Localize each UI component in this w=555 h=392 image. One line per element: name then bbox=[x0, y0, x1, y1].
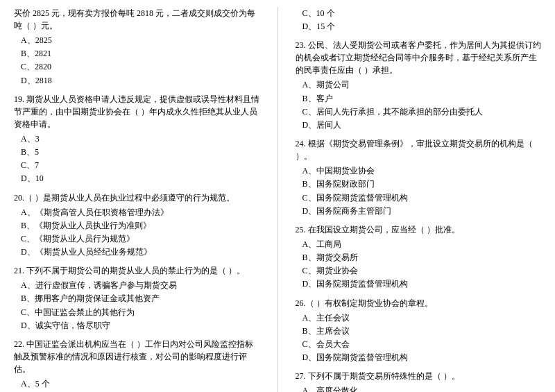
question-22: 22. 中国证监会派出机构应当在（ ）工作日内对公司风险监控指标触及预警标准的情… bbox=[14, 338, 260, 392]
option: D、诚实守信，恪尽职守 bbox=[21, 319, 260, 332]
option: D、国务院期货监督管理机构 bbox=[302, 351, 542, 364]
question-20-options: A、《期货高管人员任职资格管理办法》 B、《期货从业人员执业行为准则》 C、《期… bbox=[14, 206, 260, 259]
option: B、5 bbox=[21, 146, 260, 159]
option: D、《期货从业人员经纪业务规范》 bbox=[21, 246, 260, 259]
option: C、中国证监会禁止的其他行为 bbox=[21, 306, 260, 319]
option: D、国务院期货监督管理机构 bbox=[302, 278, 542, 291]
question-26: 26.（ ）有权制定期货业协会的章程。 A、主任会议 B、主席会议 C、会员大会… bbox=[296, 297, 542, 365]
question-27-options: A、高度分散化 B、高度严肃性 bbox=[296, 384, 542, 392]
option: A、工商局 bbox=[302, 238, 542, 251]
question-rc-options: C、10 个 D、15 个 bbox=[296, 7, 542, 33]
option: B、挪用客户的期货保证金或其他资产 bbox=[21, 292, 260, 305]
option: C、国务院期货监督管理机构 bbox=[302, 191, 542, 205]
question-25-options: A、工商局 B、期货交易所 C、期货业协会 D、国务院期货监督管理机构 bbox=[296, 238, 542, 291]
question-intro-text: 买价 2825 元，现有卖方报价每吨 2818 元，二者成交则成交价为每吨（ ）… bbox=[14, 7, 260, 32]
question-24-text: 24. 根据《期货交易管理条例》，审批设立期货交易所的机构是（ ）。 bbox=[296, 137, 542, 162]
option: A、5 个 bbox=[21, 377, 260, 391]
option: B、《期货从业人员执业行为准则》 bbox=[21, 219, 260, 232]
option: C、居间人先行承担，其不能承担的部分由委托人 bbox=[302, 105, 542, 119]
right-column: C、10 个 D、15 个 23. 公民、法人受期货公司或者客户委托，作为居间人… bbox=[296, 7, 542, 392]
question-26-text: 26.（ ）有权制定期货业协会的章程。 bbox=[296, 297, 542, 309]
question-22-text: 22. 中国证监会派出机构应当在（ ）工作日内对公司风险监控指标触及预警标准的情… bbox=[14, 338, 260, 375]
question-intro-options: A、2825 B、2821 C、2820 D、2818 bbox=[14, 34, 260, 87]
option: A、《期货高管人员任职资格管理办法》 bbox=[21, 206, 260, 219]
option: C、《期货从业人员行为规范》 bbox=[21, 232, 260, 246]
question-19-text: 19. 期货从业人员资格申请人违反规定，提供虚假或误导性材料且情节严重的，由中国… bbox=[14, 93, 260, 130]
option: B、2821 bbox=[21, 47, 260, 60]
question-20-text: 20.（ ）是期货从业人员在执业过程中必须遵守的行为规范。 bbox=[14, 191, 260, 204]
option: B、期货交易所 bbox=[302, 251, 542, 264]
option: D、国务院商务主管部门 bbox=[302, 205, 542, 218]
column-divider bbox=[278, 7, 278, 392]
page-container: 买价 2825 元，现有卖方报价每吨 2818 元，二者成交则成交价为每吨（ ）… bbox=[14, 7, 541, 392]
question-22-options: A、5 个 B、7 个 bbox=[14, 377, 260, 392]
question-intro: 买价 2825 元，现有卖方报价每吨 2818 元，二者成交则成交价为每吨（ ）… bbox=[14, 7, 260, 87]
option: B、国务院财政部门 bbox=[302, 178, 542, 191]
question-21: 21. 下列不属于期货公司的期货从业人员的禁止行为的是（ ）。 A、进行虚假宣传… bbox=[14, 264, 260, 332]
question-23-options: A、期货公司 B、客户 C、居间人先行承担，其不能承担的部分由委托人 D、居间人 bbox=[296, 78, 542, 132]
question-rc: C、10 个 D、15 个 bbox=[296, 7, 542, 33]
question-19-options: A、3 B、5 C、7 D、10 bbox=[14, 133, 260, 186]
option: C、会员大会 bbox=[302, 338, 542, 351]
option: A、期货公司 bbox=[302, 78, 542, 92]
option: D、10 bbox=[21, 172, 260, 185]
question-25: 25. 在我国设立期货公司，应当经（ ）批准。 A、工商局 B、期货交易所 C、… bbox=[296, 223, 542, 291]
question-27: 27. 下列不属于期货交易所特殊性的是（ ）。 A、高度分散化 B、高度严肃性 bbox=[296, 370, 542, 392]
option: A、高度分散化 bbox=[302, 384, 542, 392]
question-21-text: 21. 下列不属于期货公司的期货从业人员的禁止行为的是（ ）。 bbox=[14, 264, 260, 277]
option: B、客户 bbox=[302, 92, 542, 105]
option: A、主任会议 bbox=[302, 312, 542, 325]
option: A、3 bbox=[21, 133, 260, 146]
option: B、主席会议 bbox=[302, 325, 542, 338]
question-20: 20.（ ）是期货从业人员在执业过程中必须遵守的行为规范。 A、《期货高管人员任… bbox=[14, 191, 260, 259]
question-25-text: 25. 在我国设立期货公司，应当经（ ）批准。 bbox=[296, 223, 542, 236]
option: C、期货业协会 bbox=[302, 264, 542, 278]
option: D、2818 bbox=[21, 74, 260, 87]
question-23: 23. 公民、法人受期货公司或者客户委托，作为居间人为其提供订约的机会或者订立期… bbox=[296, 39, 542, 132]
option: C、7 bbox=[21, 159, 260, 172]
option: C、10 个 bbox=[302, 7, 542, 20]
question-23-text: 23. 公民、法人受期货公司或者客户委托，作为居间人为其提供订约的机会或者订立期… bbox=[296, 39, 542, 76]
question-27-text: 27. 下列不属于期货交易所特殊性的是（ ）。 bbox=[296, 370, 542, 382]
option: C、2820 bbox=[21, 60, 260, 74]
question-19: 19. 期货从业人员资格申请人违反规定，提供虚假或误导性材料且情节严重的，由中国… bbox=[14, 93, 260, 186]
option: D、居间人 bbox=[302, 119, 542, 132]
option: A、进行虚假宣传，诱骗客户参与期货交易 bbox=[21, 279, 260, 292]
option: A、2825 bbox=[21, 34, 260, 47]
question-26-options: A、主任会议 B、主席会议 C、会员大会 D、国务院期货监督管理机构 bbox=[296, 312, 542, 365]
option: A、中国期货业协会 bbox=[302, 164, 542, 178]
left-column: 买价 2825 元，现有卖方报价每吨 2818 元，二者成交则成交价为每吨（ ）… bbox=[14, 7, 260, 392]
option: D、15 个 bbox=[302, 20, 542, 33]
question-24-options: A、中国期货业协会 B、国务院财政部门 C、国务院期货监督管理机构 D、国务院商… bbox=[296, 164, 542, 218]
question-24: 24. 根据《期货交易管理条例》，审批设立期货交易所的机构是（ ）。 A、中国期… bbox=[296, 137, 542, 218]
question-21-options: A、进行虚假宣传，诱骗客户参与期货交易 B、挪用客户的期货保证金或其他资产 C、… bbox=[14, 279, 260, 332]
